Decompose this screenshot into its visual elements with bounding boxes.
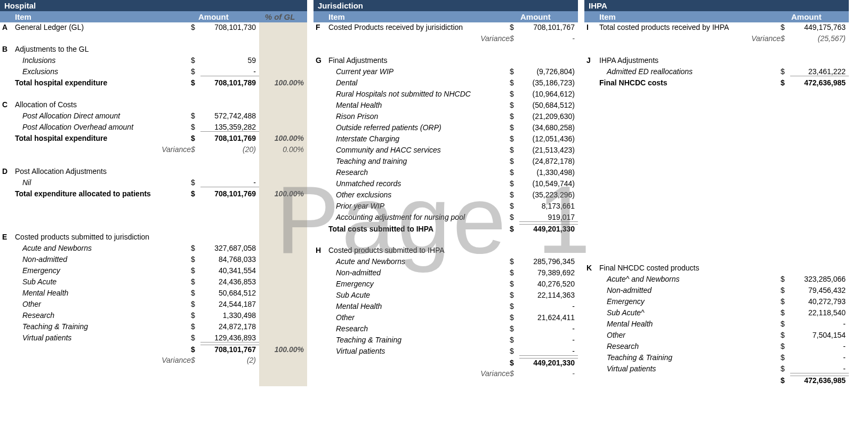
amount: 708,101,769 [200, 189, 259, 198]
row-C-variance: Variance $ (20) 0.00% [0, 145, 307, 156]
amount: - [519, 347, 578, 356]
label: Research [328, 168, 510, 177]
row-J: J IHPA Adjustments [584, 55, 849, 67]
list-item: Teaching & Training$- [314, 335, 578, 346]
list-item: Sub Acute^$22,118,540 [584, 308, 849, 319]
row-B-total: Total hospital expenditure $ 708,101,789… [0, 78, 307, 89]
amount: - [519, 34, 578, 43]
amount: 24,872,178 [200, 322, 259, 331]
amount: 472,636,985 [790, 376, 849, 385]
amount: 323,285,066 [790, 275, 849, 283]
amount: 21,624,411 [519, 313, 578, 322]
amount: - [519, 336, 578, 344]
row-G-total: Total costs submitted to IHPA $ 449,201,… [314, 224, 578, 235]
label: Non-admitted [599, 286, 781, 294]
label: Adjustments to the GL [15, 45, 191, 53]
label: Interstate Charging [328, 134, 510, 143]
amount: 572,742,488 [200, 112, 259, 120]
label: Current year WIP [328, 67, 510, 76]
label: Virtual patients [328, 347, 510, 355]
amount: - [790, 342, 849, 351]
row-J-total: Final NHCDC costs $ 472,636,985 [584, 78, 849, 89]
label: Other [15, 300, 191, 308]
list-item: Community and HACC services$(21,513,423) [314, 145, 578, 156]
row-C-direct: Post Allocation Direct amount $ 572,742,… [0, 111, 307, 122]
label: Emergency [599, 297, 781, 306]
label: Other exclusions [328, 190, 510, 199]
row-C-overhead: Post Allocation Overhead amount $ 135,35… [0, 122, 307, 133]
amount: (24,872,178) [519, 157, 578, 165]
label: Other [328, 313, 510, 322]
label: Other [599, 331, 781, 339]
amount: 327,687,058 [200, 244, 259, 252]
amount: - [790, 353, 849, 362]
label: Nil [15, 178, 191, 187]
list-item: Teaching and training$(24,872,178) [314, 156, 578, 168]
amount: (1,330,498) [519, 168, 578, 177]
amount: 449,175,763 [790, 23, 849, 31]
amount: 59 [200, 56, 259, 65]
row-B-inclusions: Inclusions $ 59 [0, 55, 307, 67]
amount: 22,114,363 [519, 291, 578, 299]
row-D-nil: Nil $ - [0, 178, 307, 189]
label: Variance [599, 34, 781, 43]
amount: - [790, 320, 849, 328]
list-item: Virtual patients$129,436,893 [0, 333, 307, 344]
list-item: Research$1,330,498 [0, 310, 307, 322]
row-G: G Final Adjustments [314, 55, 578, 67]
ihpa-header: IHPA [584, 0, 849, 11]
ihpa-column: IHPA Item Amount I Total costed products… [584, 0, 849, 386]
amount: 7,504,154 [790, 331, 849, 339]
amount: 708,101,767 [519, 23, 578, 31]
amount: 919,017 [519, 213, 578, 222]
jurisdiction-header: Jurisdiction [314, 0, 578, 11]
list-item: Interstate Charging$(12,051,436) [314, 134, 578, 145]
label: Virtual patients [15, 333, 191, 342]
label: Total costs submitted to IHPA [328, 225, 510, 233]
col-item: Item [328, 12, 514, 21]
label: Acute and Newborns [328, 257, 510, 266]
row-J-admitted: Admitted ED reallocations $ 23,461,222 [584, 67, 849, 78]
label: Admitted ED reallocations [599, 67, 781, 76]
label: Total costed products received by IHPA [599, 23, 781, 31]
hospital-header: Hospital [0, 0, 307, 11]
list-item: Non-admitted$79,456,432 [584, 285, 849, 297]
label: Exclusions [15, 67, 191, 76]
amount: 1,330,498 [200, 311, 259, 320]
list-item: Acute^ and Newborns$323,285,066 [584, 274, 849, 285]
amount: 708,101,789 [200, 78, 259, 87]
list-item: Unmatched records$(10,549,744) [314, 179, 578, 190]
hospital-column: Hospital Item Amount % of GL A General L… [0, 0, 307, 386]
label: Costed Products received by jurisidictio… [328, 23, 510, 31]
label: Outside referred patients (ORP) [328, 123, 510, 132]
label: Virtual patients [599, 364, 781, 373]
label: Teaching and training [328, 157, 510, 165]
label: Total hospital expenditure [15, 78, 191, 87]
hospital-subheader: Item Amount % of GL [0, 11, 307, 22]
label: General Ledger (GL) [15, 23, 191, 31]
amount: (9,726,804) [519, 67, 578, 76]
row-K: K Final NHCDC costed products [584, 263, 849, 274]
list-item: Acute and Newborns$327,687,058 [0, 243, 307, 254]
list-item: Mental Health$- [314, 301, 578, 313]
list-item: Other exclusions$(35,223,296) [314, 190, 578, 201]
amount: 50,684,512 [200, 289, 259, 297]
list-item: Accounting adjustment for nursing pool$9… [314, 212, 578, 224]
row-H: H Costed products submitted to IHPA [314, 245, 578, 257]
list-item: Virtual patients$- [314, 346, 578, 357]
amount: 285,796,345 [519, 257, 578, 266]
pct: 100.00% [259, 134, 307, 142]
label: Final NHCDC costs [599, 78, 781, 87]
label: Teaching & Training [328, 336, 510, 344]
row-E-total: $ 708,101,767 100.00% [0, 344, 307, 355]
label: Costed products submitted to IHPA [328, 246, 510, 254]
row-D-total: Total expenditure allocated to patients … [0, 189, 307, 200]
amount: - [519, 369, 578, 378]
list-item: Rison Prison$(21,209,630) [314, 112, 578, 123]
label: Post Allocation Direct amount [15, 112, 191, 120]
label: Post Allocation Adjustments [15, 167, 191, 176]
label: Sub Acute^ [599, 308, 781, 317]
ihpa-subheader: Item Amount [584, 11, 849, 22]
row-C: C Allocation of Costs [0, 100, 307, 111]
amount: (12,051,436) [519, 134, 578, 143]
